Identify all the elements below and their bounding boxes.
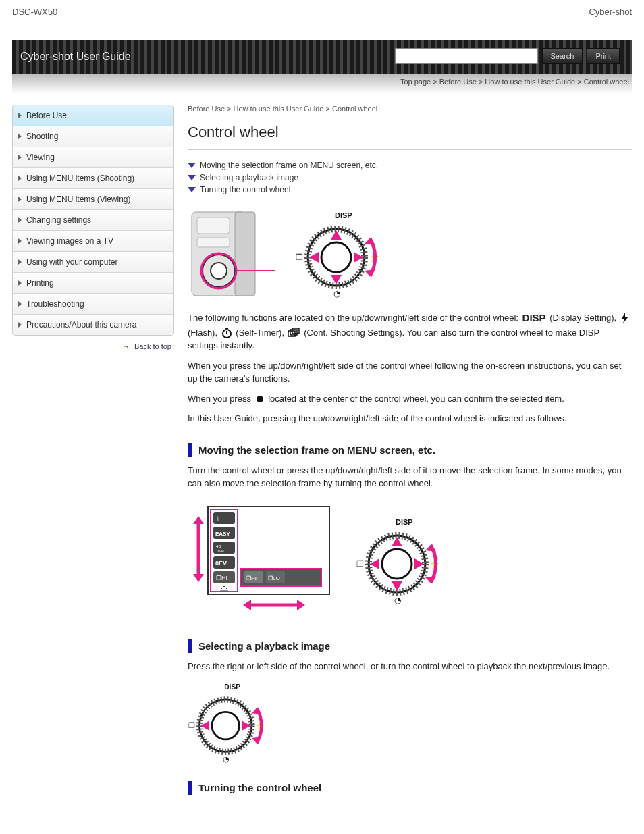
nav-item-tv[interactable]: Viewing images on a TV [13, 231, 173, 252]
section-heading-menu: Moving the selection frame on MENU scree… [188, 443, 632, 457]
preheader: DSC-WX50 Cyber-shot [0, 0, 644, 40]
svg-text:❐: ❐ [356, 559, 364, 569]
svg-rect-3 [197, 238, 230, 247]
notation-paragraph: In this User Guide, pressing the up/down… [188, 412, 632, 425]
svg-marker-49 [193, 516, 204, 524]
playback-wheel-illustration: DISP ❐ ⚡ ◔ [188, 682, 632, 763]
nav-item-menu-shooting[interactable]: Using MENU items (Shooting) [13, 168, 173, 189]
svg-marker-66 [425, 576, 436, 583]
nav-label: Using with your computer [26, 257, 117, 267]
flash-icon [620, 313, 630, 323]
svg-text:❐: ❐ [296, 253, 303, 262]
divider [188, 149, 632, 150]
menu-paragraph: Turn the control wheel or press the up/d… [188, 464, 632, 490]
svg-marker-77 [252, 737, 262, 743]
back-to-top-label: Back to top [134, 342, 171, 350]
nav-item-shooting[interactable]: Shooting [13, 126, 173, 147]
svg-text:◔: ◔ [394, 596, 401, 604]
brand-name: Cyber-shot [589, 7, 632, 17]
svg-text:DISP: DISP [224, 683, 240, 691]
main-content: Before Use > How to use this User Guide … [188, 105, 632, 802]
svg-text:DISP: DISP [335, 211, 352, 219]
nav-label: Using MENU items (Shooting) [26, 174, 134, 183]
nav-item-troubleshooting[interactable]: Troubleshooting [13, 294, 173, 315]
anchor-link[interactable]: Moving the selection frame on MENU scree… [188, 161, 632, 170]
header-controls: Search Print [395, 48, 620, 64]
svg-marker-65 [425, 545, 436, 552]
svg-rect-25 [290, 330, 297, 335]
search-button[interactable]: Search [542, 48, 583, 64]
control-wheel-illustration: DISP ❐ ⚡ ◔ [289, 210, 390, 298]
chevron-right-icon [18, 322, 22, 328]
sidebar: Before Use Shooting Viewing Using MENU i… [12, 105, 174, 802]
svg-text:❐HI: ❐HI [216, 575, 227, 581]
print-button[interactable]: Print [587, 48, 620, 64]
chevron-right-icon [18, 280, 22, 286]
camera-back-illustration [188, 207, 275, 301]
nav-item-before-use[interactable]: Before Use [13, 105, 173, 126]
site-title: Cyber-shot User Guide [20, 40, 131, 74]
svg-text:EASY: EASY [215, 531, 230, 537]
nav-label: Troubleshooting [26, 299, 84, 309]
menu-move-illustration: i▢ EASY 4:316M 0EV ❐HI ❐HI ❐LO [188, 500, 632, 621]
chevron-right-icon [18, 238, 22, 244]
nav-label: Viewing images on a TV [26, 236, 113, 246]
top-breadcrumb[interactable]: Top page > Before Use > How to use this … [400, 78, 629, 86]
section-heading-turning: Turning the control wheel [188, 781, 632, 795]
svg-text:4:3: 4:3 [216, 544, 222, 548]
breadcrumb-bar: Top page > Before Use > How to use this … [12, 74, 632, 94]
svg-text:16M: 16M [216, 549, 224, 553]
svg-marker-20 [365, 269, 375, 276]
svg-point-27 [257, 396, 263, 402]
svg-rect-23 [225, 328, 228, 329]
continuous-shooting-icon [288, 328, 300, 338]
svg-text:0EV: 0EV [215, 560, 227, 567]
chevron-right-icon [18, 176, 22, 181]
playback-paragraph: Press the right or left side of the cont… [188, 660, 632, 673]
svg-rect-2 [197, 217, 230, 234]
self-timer-icon [221, 328, 232, 338]
control-wheel-illustration: DISP ❐ ⚡ ◔ [350, 517, 451, 604]
arrow-right-icon: → [122, 342, 130, 350]
svg-rect-1 [235, 212, 255, 296]
svg-point-5 [211, 263, 227, 279]
anchor-link[interactable]: Turning the control wheel [188, 185, 632, 194]
svg-text:❐: ❐ [188, 721, 195, 729]
nav-item-settings[interactable]: Changing settings [13, 210, 173, 231]
page-title: Control wheel [188, 124, 632, 141]
svg-text:❐HI: ❐HI [246, 575, 257, 581]
svg-text:i▢: i▢ [217, 515, 224, 522]
nav-item-printing[interactable]: Printing [13, 273, 173, 294]
disp-text-icon: DISP [522, 311, 546, 326]
anchor-links: Moving the selection frame on MENU scree… [188, 161, 632, 194]
section-heading-playback: Selecting a playback image [188, 639, 632, 653]
nav-item-computer[interactable]: Using with your computer [13, 252, 173, 273]
svg-point-56 [382, 549, 412, 579]
press-directions-paragraph: When you press the up/down/right/left si… [188, 359, 632, 386]
breadcrumb: Before Use > How to use this User Guide … [188, 105, 632, 113]
nav-item-precautions[interactable]: Precautions/About this camera [13, 315, 173, 335]
menu-screen-illustration: i▢ EASY 4:316M 0EV ❐HI ❐HI ❐LO [188, 500, 336, 621]
svg-marker-53 [297, 600, 305, 610]
nav-label: Using MENU items (Viewing) [26, 194, 130, 204]
nav-label: Shooting [26, 132, 58, 141]
svg-text:◔: ◔ [223, 755, 230, 763]
back-to-top[interactable]: → Back to top [12, 336, 174, 357]
anchor-link[interactable]: Selecting a playback image [188, 173, 632, 182]
svg-marker-52 [243, 600, 251, 610]
chevron-right-icon [18, 155, 22, 160]
svg-point-10 [321, 242, 351, 272]
svg-point-69 [212, 712, 240, 739]
chevron-right-icon [18, 113, 22, 118]
nav: Before Use Shooting Viewing Using MENU i… [12, 105, 174, 336]
nav-item-viewing[interactable]: Viewing [13, 147, 173, 168]
chevron-right-icon [18, 197, 22, 202]
chevron-right-icon [18, 134, 22, 139]
chevron-right-icon [18, 259, 22, 265]
nav-item-menu-viewing[interactable]: Using MENU items (Viewing) [13, 189, 173, 210]
control-wheel-illustration: DISP ❐ ⚡ ◔ [188, 682, 282, 763]
svg-text:◔: ◔ [333, 289, 340, 298]
search-input[interactable] [395, 48, 538, 64]
svg-text:❐LO: ❐LO [268, 575, 280, 581]
intro-paragraph: The following functions are located on t… [188, 311, 632, 353]
